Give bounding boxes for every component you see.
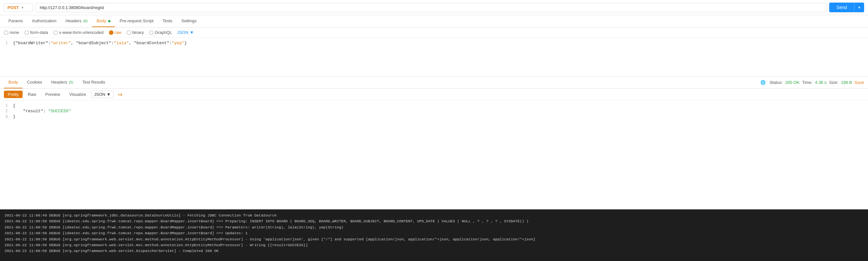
radio-label-binary: binary [132,30,144,35]
headers-badge: (8) [83,19,87,23]
send-button[interactable]: Send [829,3,854,12]
response-tabs-left: Body Cookies Headers (5) Test Results [4,76,110,88]
method-select[interactable]: POST ▼ [4,3,33,12]
body-type-row: none form-data x-www-form-urlencoded raw… [0,28,868,38]
resp-line-num-1: 1 [0,104,13,108]
log-line-3: 2021-06-22 11:00:50 DEBUG [ideatec.edu.s… [4,225,864,230]
save-link[interactable]: Save [855,80,864,85]
tab-authorization[interactable]: Authorization [28,15,61,27]
radio-label-urlencoded: x-www-form-urlencoded [59,30,104,35]
response-format-select[interactable]: JSON ▼ [91,91,114,98]
radio-none[interactable]: none [4,30,19,35]
radio-circle-raw [109,30,114,35]
resp-code-2: "result": "SUCCESS" [13,109,868,114]
tab-params[interactable]: Params [4,15,28,27]
resp-line-num-3: 3 [0,115,13,119]
resp-tab-test-results[interactable]: Test Results [78,76,110,88]
tab-settings[interactable]: Settings [177,15,201,27]
response-status-area: 🌐 Status: 200 OK Time: 4.36 s Size: 198 … [761,80,864,85]
radio-circle-none [4,30,8,35]
radio-label-none: none [10,30,19,35]
format-raw-button[interactable]: Raw [24,91,40,98]
send-dropdown-button[interactable]: ▼ [854,3,864,12]
radio-circle-binary [127,30,131,35]
tab-body[interactable]: Body [92,15,115,27]
radio-label-raw: raw [115,30,122,35]
url-bar: POST ▼ Send ▼ [0,0,868,15]
json-select-arrow: ▼ [190,30,194,35]
json-select[interactable]: JSON ▼ [177,30,194,35]
tab-pre-request[interactable]: Pre-request Script [115,15,158,27]
time-label: Time: [802,80,812,85]
resp-line-3: 3 } [0,114,868,119]
radio-raw[interactable]: raw [109,30,122,35]
request-tabs: Params Authorization Headers (8) Body Pr… [0,15,868,28]
body-dot [108,20,111,22]
headers-resp-badge: (5) [69,80,73,84]
radio-urlencoded[interactable]: x-www-form-urlencoded [53,30,104,35]
copy-icon[interactable]: ⇒ [118,91,122,98]
format-select-label: JSON [94,92,105,97]
globe-icon: 🌐 [761,80,766,85]
resp-line-2: 2 "result": "SUCCESS" [0,108,868,114]
size-label: Size: [829,80,838,85]
resp-tab-body[interactable]: Body [4,76,23,88]
console-area: 2021-06-22 11:00:49 DEBUG [org.springfra… [0,210,868,261]
radio-label-form-data: form-data [30,30,48,35]
log-line-5: 2021-06-22 11:00:50 DEBUG [org.springfra… [4,236,864,242]
log-line-6: 2021-06-22 11:00:50 DEBUG [org.springfra… [4,242,864,248]
status-label: Status: [769,80,782,85]
status-value: 200 OK [785,80,800,85]
resp-code-3: } [13,114,868,119]
method-label: POST [7,5,19,10]
format-select-arrow: ▼ [106,92,111,97]
response-body: 1 { 2 "result": "SUCCESS" 3 } [0,100,868,210]
log-line-2: 2021-06-22 11:00:50 DEBUG [ideatec.edu.s… [4,218,864,224]
resp-tab-cookies[interactable]: Cookies [23,76,47,88]
format-preview-button[interactable]: Preview [41,91,64,98]
response-tabs-row: Body Cookies Headers (5) Test Results 🌐 … [0,76,868,89]
line-num-1: 1 [0,41,13,45]
radio-circle-graphql [149,30,154,35]
radio-circle-form-data [24,30,29,35]
code-line-1: 1 {"boardWriter":"writer", "boardSubject… [0,40,868,46]
tab-headers[interactable]: Headers (8) [61,15,92,27]
log-line-4: 2021-06-22 11:00:50 DEBUG [ideatec.edu.s… [4,230,864,236]
resp-line-1: 1 { [0,103,868,108]
radio-circle-urlencoded [53,30,58,35]
log-line-1: 2021-06-22 11:00:49 DEBUG [org.springfra… [4,213,864,218]
method-dropdown-arrow: ▼ [21,6,24,9]
tab-tests[interactable]: Tests [158,15,177,27]
radio-label-graphql: GraphQL [155,30,172,35]
json-select-label: JSON [177,30,188,35]
editor-area[interactable]: 1 {"boardWriter":"writer", "boardSubject… [0,38,868,76]
radio-binary[interactable]: binary [127,30,144,35]
log-line-7: 2021-06-22 11:00:50 DEBUG [org.springfra… [4,248,864,254]
code-content-1: {"boardWriter":"writer", "boardSubject":… [13,41,868,45]
format-pretty-button[interactable]: Pretty [4,91,23,98]
resp-code-1: { [13,103,868,108]
send-btn-group: Send ▼ [829,3,864,12]
radio-graphql[interactable]: GraphQL [149,30,172,35]
format-visualize-button[interactable]: Visualize [65,91,90,98]
radio-form-data[interactable]: form-data [24,30,48,35]
resp-tab-headers[interactable]: Headers (5) [47,76,78,88]
size-value: 198 B [841,80,852,85]
time-value: 4.36 s [815,80,826,85]
format-row: Pretty Raw Preview Visualize JSON ▼ ⇒ [0,89,868,100]
resp-line-num-2: 2 [0,109,13,114]
url-input[interactable] [35,3,827,12]
